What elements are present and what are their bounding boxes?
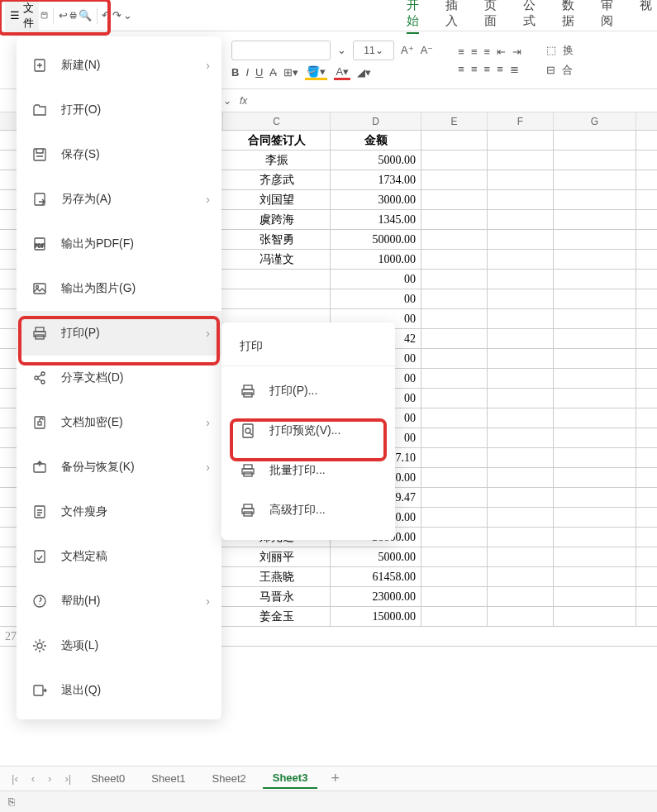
cell[interactable]: 马晋永	[223, 587, 331, 606]
cell[interactable]: 冯谨文	[223, 250, 331, 269]
print-preview-item[interactable]: 打印预览(V)...	[221, 411, 395, 451]
sheet-nav-next-icon[interactable]: ›	[45, 772, 55, 785]
cell[interactable]: 00	[331, 270, 421, 289]
sheet-tab-active[interactable]: Sheet3	[263, 768, 318, 789]
cell[interactable]: 5000.00	[331, 547, 421, 566]
clear-format-icon[interactable]: ◢▾	[357, 66, 371, 79]
cell[interactable]: 61458.00	[331, 567, 421, 586]
dropdown-icon[interactable]: ⌄	[123, 4, 132, 27]
sheet-nav-first-icon[interactable]: |‹	[8, 772, 21, 785]
sheet-tab[interactable]: Sheet1	[141, 769, 195, 788]
file-menu-button[interactable]: ☰ 文件	[5, 0, 39, 34]
file-menu-item[interactable]: 选项(L)	[17, 623, 221, 668]
sheet-tab[interactable]: Sheet2	[202, 769, 256, 788]
cell[interactable]: 刘丽平	[223, 547, 331, 566]
redo-icon[interactable]: ↷	[112, 4, 121, 27]
font-family-select[interactable]	[231, 41, 331, 60]
cell[interactable]	[223, 270, 331, 289]
chevron-down-icon[interactable]: ⌄	[337, 44, 346, 56]
underline-icon[interactable]: U	[255, 66, 263, 79]
fx-dropdown-icon[interactable]: ⌄	[223, 95, 231, 107]
cell[interactable]: 李振	[223, 150, 331, 170]
col-header[interactable]: F	[488, 112, 554, 130]
undo-icon[interactable]: ↶	[102, 4, 111, 27]
cell[interactable]: 王燕晓	[223, 567, 331, 586]
align-bottom-icon[interactable]: ≡	[484, 45, 491, 58]
indent-right-icon[interactable]: ⇥	[512, 45, 521, 58]
cell[interactable]: 50000.00	[331, 230, 421, 249]
tab-data[interactable]: 数据	[562, 0, 574, 34]
fill-color-icon[interactable]: 🪣▾	[305, 65, 327, 80]
menu-item-icon	[31, 414, 48, 431]
cell[interactable]: 3000.00	[331, 190, 421, 209]
file-menu-item[interactable]: PDF输出为PDF(F)	[17, 222, 221, 266]
tab-formula[interactable]: 公式	[523, 0, 536, 34]
cell[interactable]: 00	[331, 289, 421, 308]
file-menu-item[interactable]: 退出(Q)	[17, 668, 221, 713]
menu-item-label: 打开(O)	[61, 103, 101, 117]
increase-font-icon[interactable]: A⁺	[401, 44, 414, 56]
file-menu-item[interactable]: 输出为图片(G)	[17, 266, 221, 311]
sheet-nav-last-icon[interactable]: ›|	[61, 772, 74, 785]
file-menu-item[interactable]: 保存(S)	[17, 132, 221, 177]
cell[interactable]: 1734.00	[331, 170, 421, 189]
print-item[interactable]: 打印(P)...	[221, 371, 395, 411]
cell[interactable]: 张智勇	[223, 230, 331, 249]
tab-insert[interactable]: 插入	[445, 0, 458, 34]
file-menu-item[interactable]: 帮助(H)›	[17, 579, 221, 623]
file-menu-item[interactable]: 文档定稿	[17, 534, 221, 579]
cell[interactable]: 虞跨海	[223, 210, 331, 229]
print-quick-icon[interactable]	[69, 4, 77, 27]
tab-page[interactable]: 页面	[484, 0, 497, 34]
file-menu-item[interactable]: 新建(N)›	[17, 43, 221, 88]
indent-left-icon[interactable]: ⇤	[497, 45, 506, 58]
file-menu-item[interactable]: 文件瘦身	[17, 490, 221, 534]
col-header[interactable]: G	[554, 112, 636, 130]
font-color-icon[interactable]: A▾	[334, 65, 350, 80]
advanced-print-item[interactable]: 高级打印...	[221, 490, 395, 530]
tab-review[interactable]: 审阅	[601, 0, 613, 34]
cell[interactable]: 刘国望	[223, 190, 331, 209]
cell[interactable]: 姜金玉	[223, 607, 331, 626]
col-header[interactable]: C	[223, 112, 331, 130]
tab-home[interactable]: 开始	[407, 0, 419, 34]
file-menu-item[interactable]: 文档加密(E)›	[17, 400, 221, 445]
col-header[interactable]: E	[421, 112, 488, 130]
sheet-nav-prev-icon[interactable]: ‹	[28, 772, 38, 785]
strike-icon[interactable]: A̶	[269, 66, 277, 79]
col-header[interactable]: D	[331, 112, 421, 130]
file-menu-item[interactable]: 打开(O)	[17, 88, 221, 132]
align-middle-icon[interactable]: ≡	[471, 45, 478, 58]
file-menu-item[interactable]: 备份与恢复(K)›	[17, 445, 221, 490]
distribute-icon[interactable]: ≣	[510, 63, 519, 75]
align-top-icon[interactable]: ≡	[458, 45, 464, 58]
bold-icon[interactable]: B	[231, 66, 239, 79]
cell[interactable]: 23000.00	[331, 587, 421, 606]
cell[interactable]: 1000.00	[331, 250, 421, 269]
save-icon[interactable]	[40, 4, 48, 27]
undo-redo-icon[interactable]: ↩	[59, 4, 68, 27]
align-center-icon[interactable]: ≡	[471, 63, 478, 75]
cell[interactable]: 15000.00	[331, 607, 421, 626]
font-size-select[interactable]: 11 ⌄	[353, 41, 394, 60]
preview-quick-icon[interactable]: 🔍	[79, 4, 92, 27]
merge-cells-icon[interactable]: ⊟	[546, 64, 555, 76]
align-left-icon[interactable]: ≡	[458, 63, 464, 75]
batch-print-item[interactable]: 批量打印...	[221, 451, 395, 490]
file-menu-item[interactable]: 另存为(A)›	[17, 177, 221, 222]
file-menu-item[interactable]: 分享文档(D)	[17, 356, 221, 400]
cell[interactable]	[223, 289, 331, 308]
file-menu-item[interactable]: 打印(P)›	[17, 311, 221, 356]
align-right-icon[interactable]: ≡	[484, 63, 491, 75]
tab-view[interactable]: 视	[640, 0, 652, 34]
cell[interactable]: 齐彦武	[223, 170, 331, 189]
decrease-font-icon[interactable]: A⁻	[421, 44, 434, 56]
wrap-text-icon[interactable]: ⬚	[546, 44, 556, 56]
cell[interactable]: 5000.00	[331, 150, 421, 170]
add-sheet-icon[interactable]: +	[324, 770, 346, 787]
border-icon[interactable]: ⊞▾	[283, 66, 298, 79]
sheet-tab[interactable]: Sheet0	[81, 769, 135, 788]
cell[interactable]: 1345.00	[331, 210, 421, 229]
italic-icon[interactable]: I	[245, 66, 249, 79]
align-justify-icon[interactable]: ≡	[497, 63, 503, 75]
